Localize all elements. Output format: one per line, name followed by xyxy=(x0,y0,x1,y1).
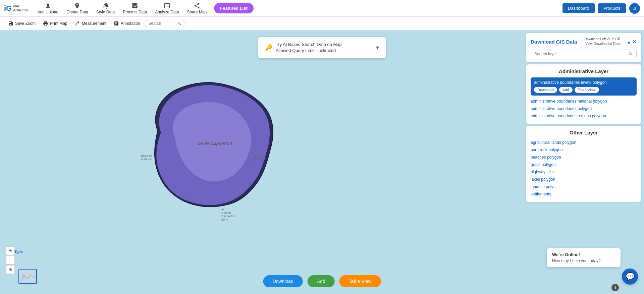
other-layer-list: agricultural lands polygon bare rock pol… xyxy=(531,139,637,198)
layer-search-input[interactable] xyxy=(534,52,627,56)
other-layer-item-4[interactable]: highways line xyxy=(531,168,637,176)
admin-section-title: Administrative Layer xyxy=(531,68,637,74)
admin-active-item[interactable]: administrative boundaries level8 polygon… xyxy=(531,77,637,96)
logo-ig: iG xyxy=(4,4,12,13)
chat-online-subtitle: How may I help you today? xyxy=(552,258,615,263)
avatar[interactable]: J xyxy=(629,3,640,14)
other-layer-item-3[interactable]: grass polygon xyxy=(531,161,637,168)
products-button[interactable]: Products xyxy=(598,3,626,13)
nav-process-data[interactable]: Process Data xyxy=(119,1,150,16)
info-button[interactable]: ℹ xyxy=(611,284,619,291)
download-gis-header: Download GIS Data Download Left:-5.95 GB… xyxy=(526,33,641,62)
nav-analyze-data[interactable]: Analyze Data xyxy=(152,1,182,16)
other-layer-item-0[interactable]: agricultural lands polygon xyxy=(531,139,637,146)
map-controls: + − ⊕ xyxy=(6,246,15,274)
chat-online-title: We're Online! xyxy=(552,252,615,257)
top-navigation: iG MAP ANALYSIS Add Upload Create Data S… xyxy=(0,0,644,17)
map-thumbnail[interactable] xyxy=(18,269,37,284)
nav-add-upload[interactable]: Add Upload xyxy=(34,1,62,16)
nav-share-map[interactable]: Share Map xyxy=(184,1,210,16)
zoom-out-button[interactable]: − xyxy=(6,256,15,264)
nav-create-data[interactable]: Create Data xyxy=(63,1,92,16)
other-layer-item-6[interactable]: landuse poly... xyxy=(531,183,637,190)
map-search-input[interactable] xyxy=(148,21,175,26)
ai-search-chevron[interactable]: ▾ xyxy=(376,44,379,51)
gis-title: Download GIS Data xyxy=(531,39,577,45)
other-layer-item-2[interactable]: beaches polygon xyxy=(531,154,637,161)
measurement-button[interactable]: Measurement xyxy=(72,19,109,27)
admin-active-buttons: Download Add Table View xyxy=(534,87,633,93)
gis-close-button[interactable]: ✕ xyxy=(632,39,637,45)
layer-search-box[interactable] xyxy=(531,50,637,58)
other-layer-item-5[interactable]: lakes polygon xyxy=(531,176,637,183)
reset-north-button[interactable]: ⊕ xyxy=(6,265,15,274)
gis-expand-button[interactable]: ▴ xyxy=(628,39,630,45)
svg-rect-1 xyxy=(22,275,25,277)
nav-style-data[interactable]: Style Data xyxy=(93,1,118,16)
second-toolbar: Save Zoom Print Map Measurement Annotati… xyxy=(0,17,644,30)
other-layer-section: Other Layer agricultural lands polygon b… xyxy=(526,126,641,202)
admin-layer-item-2[interactable]: administrative boundaries regions polygo… xyxy=(531,112,637,120)
admin-add-button[interactable]: Add xyxy=(559,87,573,93)
annotation-button[interactable]: Annotation xyxy=(111,19,143,27)
chat-fab-button[interactable]: 💬 xyxy=(622,269,638,285)
print-map-button[interactable]: Print Map xyxy=(40,19,70,27)
admin-table-view-button[interactable]: Table View xyxy=(575,87,599,93)
ai-search-text: Try AI Based Search Data on Map Allowed … xyxy=(276,42,342,54)
island-container: Île de Clipperton Banc dela Vince Fosseg… xyxy=(117,64,302,231)
island-svg xyxy=(117,64,302,231)
gis-header-row: Download GIS Data Download Left:-5.95 GB… xyxy=(531,37,637,46)
other-section-title: Other Layer xyxy=(531,130,637,135)
ai-search-bar[interactable]: 🔑 Try AI Based Search Data on Map Allowe… xyxy=(258,37,386,58)
featured-list-button[interactable]: Featured List xyxy=(214,3,254,13)
other-layer-item-1[interactable]: bare rock polygon xyxy=(531,146,637,154)
nav-right: Dashboard Products J xyxy=(562,3,640,14)
map-search-box[interactable] xyxy=(145,20,185,27)
save-zoom-button[interactable]: Save Zoom xyxy=(5,19,38,27)
other-layer-item-7[interactable]: settlements... xyxy=(531,190,637,198)
map-thumbnail-svg xyxy=(19,270,37,284)
bottom-download-button[interactable]: Download xyxy=(263,275,303,287)
chat-popup: We're Online! How may I help you today? xyxy=(547,248,621,267)
map-area[interactable]: Île de Clipperton Banc dela Vince Fosseg… xyxy=(0,30,644,294)
layer-search-icon xyxy=(629,52,633,56)
bottom-table-view-button[interactable]: Table View xyxy=(339,275,381,287)
dashboard-button[interactable]: Dashboard xyxy=(562,3,595,13)
gis-info: Download Left:-5.95 GB View Downloaded D… xyxy=(584,37,620,46)
admin-download-button[interactable]: Download xyxy=(534,87,557,93)
zoom-in-button[interactable]: + xyxy=(6,246,15,255)
logo-area: iG MAP ANALYSIS xyxy=(4,4,29,13)
bottom-add-button[interactable]: Add xyxy=(308,275,335,287)
admin-layer-section: Administrative Layer administrative boun… xyxy=(526,64,641,124)
gis-header-icons: ▴ ✕ xyxy=(628,39,637,45)
admin-layer-item-1[interactable]: administrative boundaries polygon xyxy=(531,105,637,112)
key-icon: 🔑 xyxy=(265,44,272,51)
bottom-buttons: Download Add Table View xyxy=(263,275,381,287)
logo-text: MAP ANALYSIS xyxy=(13,4,29,12)
admin-layer-item-0[interactable]: administrative boundaries national polyg… xyxy=(531,98,637,105)
admin-active-label: administrative boundaries level8 polygon xyxy=(534,80,633,85)
svg-rect-0 xyxy=(19,270,37,284)
